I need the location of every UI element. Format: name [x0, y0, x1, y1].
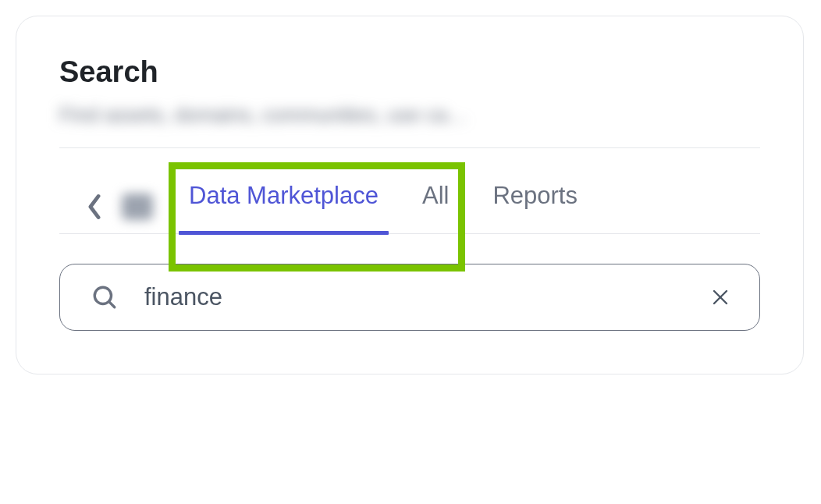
- page-title: Search: [59, 55, 760, 89]
- tab-label: All: [422, 182, 449, 210]
- tab-label: Reports: [492, 182, 578, 210]
- close-icon: [711, 288, 730, 307]
- search-icon: [91, 284, 118, 311]
- search-field-wrapper[interactable]: [59, 264, 760, 331]
- search-card: Search Find assets, domains, communities…: [16, 16, 804, 374]
- blurred-element: [122, 193, 153, 220]
- tab-label: Data Marketplace: [189, 182, 379, 210]
- tab-data-marketplace[interactable]: Data Marketplace: [167, 179, 400, 234]
- svg-line-1: [109, 302, 115, 307]
- tab-reports[interactable]: Reports: [471, 179, 599, 234]
- clear-button[interactable]: [705, 282, 736, 313]
- tabs-container: Data Marketplace All Reports: [59, 148, 760, 234]
- search-input[interactable]: [144, 283, 705, 311]
- tab-all[interactable]: All: [400, 179, 471, 234]
- tabs-row: Data Marketplace All Reports: [59, 148, 760, 234]
- page-subtitle-blurred: Find assets, domains, communities, use c…: [59, 103, 760, 127]
- chevron-left-icon: [86, 193, 103, 220]
- back-button[interactable]: [75, 187, 114, 226]
